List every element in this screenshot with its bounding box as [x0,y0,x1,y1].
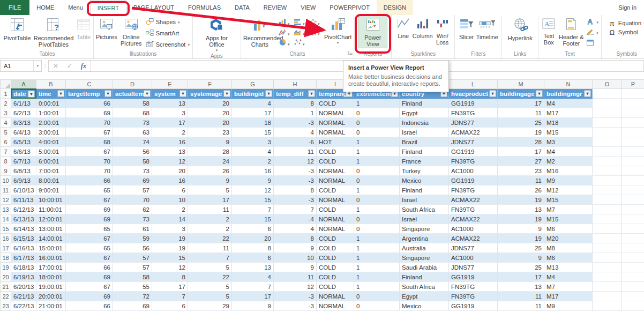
cell-H13[interactable]: 7 [274,205,317,214]
area-chart-button[interactable]: ▾ [294,28,307,36]
cell-J7[interactable]: 1 [354,147,400,157]
cell-N19[interactable]: M13 [544,263,593,272]
cell-K22[interactable]: Egypt [400,292,449,301]
row-header-7[interactable]: 7 [1,147,11,157]
cell-G9[interactable]: 16 [232,166,274,176]
cell-P22[interactable] [622,292,644,301]
screenshot-button[interactable]: Screenshot▾ [145,39,191,50]
cell-H16[interactable]: 8 [274,234,317,243]
row-header-9[interactable]: 9 [1,166,11,176]
cell-B17[interactable]: 15:00:01 [36,243,66,253]
cell-P8[interactable] [622,157,644,166]
cell-N20[interactable]: M4 [544,272,593,282]
smartart-button[interactable]: SmartArt [145,28,191,39]
cell-P20[interactable] [622,272,644,282]
cell-J9[interactable]: 0 [354,166,400,176]
cell-A2[interactable]: 6/1/13 [11,99,36,108]
cell-J18[interactable]: 1 [354,253,400,263]
cell-B11[interactable]: 9:00:01 [36,185,66,195]
cell-A8[interactable]: 6/7/13 [11,157,36,166]
cell-F2[interactable]: 20 [188,99,232,108]
cell-A21[interactable]: 6/20/13 [11,282,36,292]
cell-A5[interactable]: 6/4/13 [11,128,36,137]
cell-M11[interactable]: 26 [498,185,544,195]
table-header-cell-E1[interactable]: system▾ [152,89,188,99]
cell-H8[interactable]: 12 [274,157,317,166]
cell-E13[interactable]: 2 [152,205,188,214]
cell-O15[interactable] [593,224,622,234]
slicer-button[interactable]: Slicer [458,16,475,41]
cell-D4[interactable]: 73 [113,118,152,128]
cell-M4[interactable]: 25 [498,118,544,128]
cell-M16[interactable]: 19 [498,234,544,243]
cell-G8[interactable]: 2 [232,157,274,166]
table-header-cell-H1[interactable]: temp_diff▾ [274,89,317,99]
cell-C21[interactable]: 67 [66,282,113,292]
cell-P2[interactable] [622,99,644,108]
cell-E18[interactable]: 15 [152,253,188,263]
table-header-cell-F1[interactable]: systemage▾ [188,89,232,99]
cell-K9[interactable]: Turkey [400,166,449,176]
cell-C17[interactable]: 65 [66,243,113,253]
cell-O9[interactable] [593,166,622,176]
cell-O11[interactable] [593,185,622,195]
table-header-cell-M1[interactable]: buildingage▾ [498,89,544,99]
pivotchart-button[interactable]: PivotChart ▾ [324,16,352,45]
cell-F4[interactable]: 20 [188,118,232,128]
cell-P6[interactable] [622,137,644,147]
cell-G11[interactable]: 12 [232,185,274,195]
name-box[interactable]: A1 ▾ [0,60,42,72]
row-header-23[interactable]: 23 [1,301,11,311]
column-sparkline-button[interactable]: Column [412,16,433,40]
cell-D13[interactable]: 62 [113,205,152,214]
cell-M18[interactable]: 9 [498,253,544,263]
cell-N9[interactable]: M16 [544,166,593,176]
cell-M3[interactable]: 11 [498,108,544,118]
cell-I2[interactable]: COLD [317,99,354,108]
cell-H22[interactable]: -3 [274,292,317,301]
cell-F23[interactable]: 29 [188,301,232,311]
filter-dropdown-icon[interactable]: ▾ [584,90,591,97]
cell-K20[interactable]: Finland [400,272,449,282]
cell-H11[interactable]: 8 [274,185,317,195]
cell-C11[interactable]: 65 [66,185,113,195]
cell-H9[interactable]: -3 [274,166,317,176]
cell-L18[interactable]: AC1000 [449,253,498,263]
cell-B12[interactable]: 10:00:01 [36,195,66,205]
cell-K23[interactable]: Mexico [400,301,449,311]
cell-H14[interactable]: -4 [274,214,317,224]
cell-C13[interactable]: 69 [66,205,113,214]
cell-E4[interactable]: 17 [152,118,188,128]
cell-H2[interactable]: 8 [274,99,317,108]
filter-dropdown-icon[interactable]: ▾ [28,91,35,98]
cell-P7[interactable] [622,147,644,157]
cell-A13[interactable]: 6/12/13 [11,205,36,214]
combo-chart-button[interactable]: ▾ [309,28,322,36]
cell-E7[interactable]: 13 [152,147,188,157]
cell-O19[interactable] [593,263,622,272]
cell-G7[interactable]: 4 [232,147,274,157]
cell-P11[interactable] [622,185,644,195]
cell-D15[interactable]: 61 [113,224,152,234]
cell-J6[interactable]: 1 [354,137,400,147]
cell-D21[interactable]: 55 [113,282,152,292]
cell-H18[interactable]: 10 [274,253,317,263]
column-header-L[interactable]: L [449,80,498,89]
cell-L14[interactable]: ACMAX22 [449,214,498,224]
online-pictures-button[interactable]: Online Pictures [118,16,144,47]
cell-N3[interactable]: M17 [544,108,593,118]
cell-M5[interactable]: 19 [498,128,544,137]
cell-I6[interactable]: HOT [317,137,354,147]
cell-J14[interactable]: 0 [354,214,400,224]
cell-F17[interactable]: 11 [188,243,232,253]
cell-P1[interactable] [622,89,644,99]
sign-in-link[interactable]: Sign in [611,0,644,15]
cell-A15[interactable]: 6/14/13 [11,224,36,234]
cell-M12[interactable]: 19 [498,195,544,205]
cell-A22[interactable]: 6/21/13 [11,292,36,301]
cell-L17[interactable]: JDNS77 [449,243,498,253]
cell-N13[interactable]: M7 [544,205,593,214]
cell-H17[interactable]: 9 [274,243,317,253]
row-header-19[interactable]: 19 [1,263,11,272]
cell-G3[interactable]: 17 [232,108,274,118]
